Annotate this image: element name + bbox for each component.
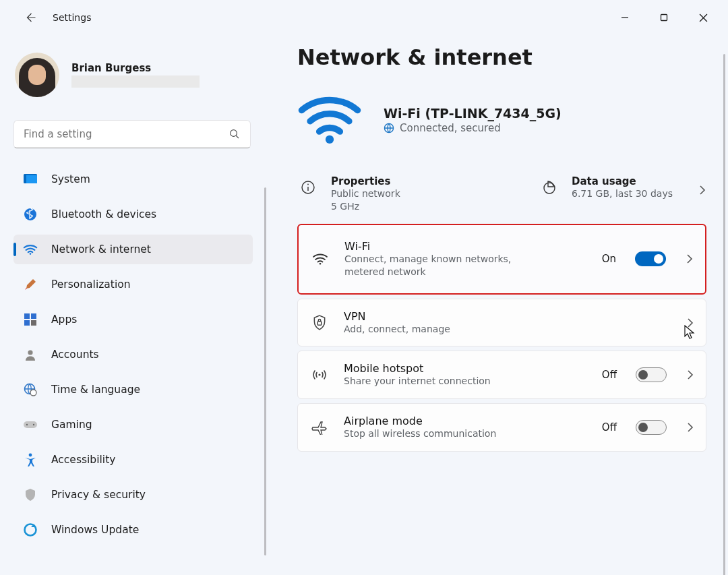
app-title: Settings [53,12,91,23]
wifi-icon [311,252,330,266]
sidebar-item-label: Accessibility [51,454,115,466]
hotspot-icon [310,368,329,382]
nav-list: System Bluetooth & devices Network & int… [13,164,253,545]
hotspot-state-label: Off [602,369,617,381]
window-close-button[interactable] [684,4,723,31]
avatar [15,53,59,97]
sidebar-item-label: Apps [51,313,77,326]
window-maximize-button[interactable] [644,4,684,31]
main-content: Network & internet Wi-Fi (TP-LINK_7434_5… [266,35,728,575]
svg-point-17 [33,424,34,425]
back-button[interactable] [20,7,40,28]
main-scrollbar[interactable] [723,54,725,575]
sidebar-item-windows-update[interactable]: Windows Update [13,515,253,545]
airplane-state-label: Off [602,421,617,433]
bluetooth-icon [23,207,38,222]
globe-icon [384,123,394,133]
airplane-toggle[interactable] [636,420,667,435]
pie-chart-icon [538,177,559,198]
connection-hero: Wi-Fi (TP-LINK_7434_5G) Connected, secur… [297,92,706,148]
svg-rect-8 [24,313,30,319]
sidebar-item-gaming[interactable]: Gaming [13,410,253,440]
chevron-right-icon [687,317,694,328]
shield-icon [23,487,38,502]
chevron-right-icon [698,185,706,195]
sidebar-item-time-language[interactable]: Time & language [13,375,253,404]
close-icon [699,13,708,22]
svg-point-7 [30,253,32,255]
sidebar-item-label: System [51,173,90,185]
svg-point-12 [28,350,32,355]
hotspot-settings-row[interactable]: Mobile hotspot Share your internet conne… [297,351,706,399]
airplane-settings-row[interactable]: Airplane mode Stop all wireless communic… [297,403,706,452]
chevron-right-icon [687,369,694,380]
svg-rect-9 [31,313,36,319]
sidebar-item-apps[interactable]: Apps [13,305,253,334]
wifi-toggle[interactable] [635,251,666,266]
svg-point-26 [320,263,322,265]
window-minimize-button[interactable] [605,4,644,31]
chevron-right-icon [687,422,694,433]
paintbrush-icon [23,277,38,292]
titlebar: Settings [0,0,728,35]
search-box[interactable] [13,120,251,148]
svg-point-28 [318,374,320,376]
data-usage-title: Data usage [572,175,673,187]
data-usage-detail: 6.71 GB, last 30 days [572,187,673,200]
sidebar-item-system[interactable]: System [13,164,253,194]
airplane-icon [310,420,329,435]
minimize-icon [621,13,629,22]
sidebar-item-label: Network & internet [51,243,151,255]
update-icon [23,522,38,537]
vpn-row-title: VPN [344,310,667,323]
svg-point-24 [307,184,309,185]
svg-point-2 [231,130,237,137]
properties-title: Properties [331,175,400,187]
chevron-right-icon [686,253,693,264]
sidebar-item-label: Personalization [51,278,131,291]
sidebar-item-accounts[interactable]: Accounts [13,340,253,369]
svg-point-18 [29,454,32,457]
sidebar-item-bluetooth[interactable]: Bluetooth & devices [13,200,253,229]
properties-line1: Public network [331,187,400,200]
wifi-state-label: On [602,253,616,265]
wifi-icon-large [297,92,362,148]
hotspot-toggle[interactable] [636,367,667,382]
data-usage-card[interactable]: Data usage 6.71 GB, last 30 days [538,173,706,216]
svg-rect-15 [24,421,37,428]
search-input[interactable] [24,128,229,140]
sidebar-item-label: Time & language [51,384,140,396]
svg-rect-5 [26,175,37,183]
user-email-redacted [71,75,200,88]
sidebar-item-label: Gaming [51,419,92,431]
sidebar-item-network[interactable]: Network & internet [13,235,253,264]
wifi-row-subtitle: Connect, manage known networks, metered … [344,253,520,278]
properties-card[interactable]: Properties Public network 5 GHz [297,173,538,216]
sidebar-item-privacy[interactable]: Privacy & security [13,480,253,510]
accessibility-icon [23,452,38,467]
search-icon [229,128,241,140]
svg-point-14 [30,390,36,396]
person-icon [23,347,38,362]
svg-point-16 [26,424,28,425]
globe-clock-icon [23,382,38,397]
properties-line2: 5 GHz [331,200,400,213]
maximize-icon [660,13,668,22]
wifi-icon [23,242,38,257]
sidebar-item-personalization[interactable]: Personalization [13,270,253,299]
page-title: Network & internet [297,44,706,70]
display-icon [23,172,38,187]
sidebar-item-accessibility[interactable]: Accessibility [13,445,253,475]
svg-line-3 [236,135,239,138]
sidebar-item-label: Windows Update [51,524,139,536]
shield-lock-icon [310,315,329,331]
svg-rect-27 [317,321,321,324]
connection-name: Wi-Fi (TP-LINK_7434_5G) [384,106,562,121]
sidebar-item-label: Privacy & security [51,489,146,501]
svg-rect-11 [31,320,36,326]
vpn-settings-row[interactable]: VPN Add, connect, manage [297,299,706,347]
hotspot-row-subtitle: Share your internet connection [344,375,519,388]
user-profile[interactable]: Brian Burgess [15,53,253,97]
sidebar-item-label: Bluetooth & devices [51,208,156,220]
wifi-settings-row[interactable]: Wi-Fi Connect, manage known networks, me… [297,224,706,295]
